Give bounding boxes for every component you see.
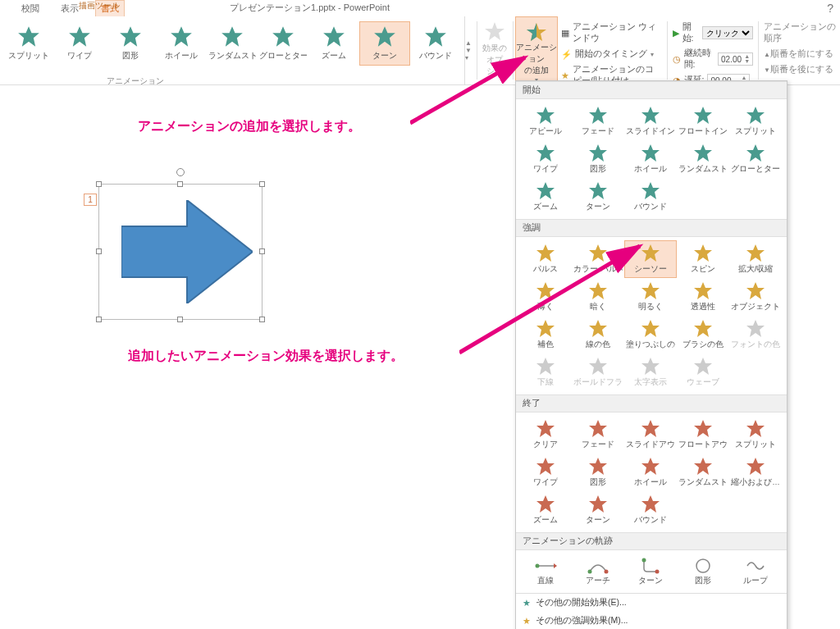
animation-pane-button[interactable]: ▦アニメーション ウィンドウ bbox=[561, 21, 662, 44]
animation-option[interactable]: 塗りつぶしの色 bbox=[624, 316, 677, 353]
effect-options-button: 効果の オプシ… bbox=[479, 16, 511, 84]
animation-option[interactable]: ホイール bbox=[624, 454, 677, 491]
gallery-item[interactable]: グローとターン bbox=[258, 21, 308, 66]
animation-option[interactable]: 拡大/収縮 bbox=[729, 240, 782, 278]
animation-option[interactable]: スプリット bbox=[729, 103, 782, 140]
gallery-more-button[interactable]: ▲▼▾ bbox=[464, 16, 475, 84]
animation-option[interactable]: 透過性 bbox=[677, 278, 729, 316]
more-entrance-menuitem[interactable]: ★その他の開始効果(E)... bbox=[516, 594, 787, 612]
animation-option[interactable]: 縮小および… bbox=[729, 454, 782, 491]
duration-field[interactable]: 02.00▲▼ bbox=[718, 52, 753, 66]
resize-handle[interactable] bbox=[96, 248, 102, 254]
svg-marker-4 bbox=[221, 26, 243, 46]
play-icon: ▶ bbox=[673, 28, 679, 38]
svg-marker-53 bbox=[694, 458, 712, 475]
resize-handle[interactable] bbox=[259, 248, 265, 254]
resize-handle[interactable] bbox=[96, 317, 102, 322]
animation-option[interactable]: フロートイン bbox=[677, 103, 729, 140]
animation-option[interactable]: オブジェクト … bbox=[729, 278, 782, 316]
svg-point-59 bbox=[536, 564, 540, 568]
animation-option[interactable]: ブラシの色 bbox=[677, 316, 729, 353]
animation-option[interactable]: パルス bbox=[519, 240, 572, 278]
svg-marker-45 bbox=[536, 420, 555, 437]
dropdown-footer: ★その他の開始効果(E)... ★その他の強調効果(M)... ★その他の終了効… bbox=[516, 593, 787, 629]
gallery-item[interactable]: スプリット bbox=[3, 21, 54, 66]
gallery-item[interactable]: ランダムスト… bbox=[207, 21, 258, 66]
svg-marker-38 bbox=[641, 320, 660, 337]
painter-icon: ★ bbox=[561, 71, 569, 80]
svg-marker-56 bbox=[589, 495, 607, 513]
svg-marker-39 bbox=[694, 320, 712, 337]
animation-option[interactable]: カラー パルス bbox=[572, 240, 624, 278]
animation-option[interactable]: フロートアウト bbox=[677, 416, 729, 454]
animation-option[interactable]: フェード bbox=[572, 416, 624, 454]
animation-option[interactable]: 図形 bbox=[572, 140, 624, 178]
start-select[interactable]: クリック時 bbox=[702, 26, 753, 39]
resize-handle[interactable] bbox=[259, 317, 265, 322]
animation-option[interactable]: グローとターン bbox=[729, 140, 782, 178]
animation-option[interactable]: ターン bbox=[572, 491, 624, 529]
animation-order-tag[interactable]: 1 bbox=[84, 194, 97, 206]
animation-option[interactable]: ワイプ bbox=[519, 140, 572, 178]
rotate-handle[interactable] bbox=[176, 168, 185, 176]
svg-marker-12 bbox=[121, 200, 253, 303]
animation-option[interactable]: ターン bbox=[624, 554, 677, 590]
add-animation-button[interactable]: アニメーション の追加 ▾ bbox=[515, 16, 558, 84]
reorder-header: アニメーションの順序 bbox=[764, 21, 837, 44]
svg-marker-48 bbox=[694, 420, 712, 437]
more-emphasis-menuitem[interactable]: ★その他の強調効果(M)... bbox=[516, 612, 787, 629]
animation-option[interactable]: バウンド bbox=[624, 178, 677, 216]
exit-grid: クリアフェードスライドアウトフロートアウトスプリットワイプ図形ホイールランダムス… bbox=[516, 412, 787, 532]
tab-review[interactable]: 校閲 bbox=[16, 1, 44, 16]
animation-option[interactable]: 補色 bbox=[519, 316, 572, 353]
animation-option[interactable]: 明るく bbox=[624, 278, 677, 316]
gallery-item[interactable]: ターン bbox=[359, 21, 410, 66]
animation-option[interactable]: 直線 bbox=[519, 554, 572, 590]
animation-option[interactable]: スライドイン bbox=[624, 103, 677, 140]
svg-point-62 bbox=[605, 570, 609, 574]
animation-option[interactable]: スプリット bbox=[729, 416, 782, 454]
svg-marker-2 bbox=[120, 26, 141, 46]
gallery-item[interactable]: バウンド bbox=[410, 21, 461, 66]
animation-option[interactable]: フェード bbox=[572, 103, 624, 140]
gallery-item[interactable]: ズーム bbox=[308, 21, 359, 66]
gallery-item[interactable]: ワイプ bbox=[54, 21, 105, 66]
animation-option[interactable]: ズーム bbox=[519, 178, 572, 216]
svg-point-63 bbox=[642, 558, 646, 563]
animation-option: ボールドフラ… bbox=[572, 353, 624, 391]
animation-option[interactable]: 図形 bbox=[572, 454, 624, 491]
animation-option[interactable]: シーソー bbox=[624, 240, 677, 278]
help-icon[interactable]: ? bbox=[827, 2, 833, 15]
svg-marker-22 bbox=[746, 144, 765, 162]
svg-marker-32 bbox=[589, 282, 607, 299]
animation-option[interactable]: 暗く bbox=[572, 278, 624, 316]
resize-handle[interactable] bbox=[177, 317, 183, 322]
animation-option[interactable]: スライドアウト bbox=[624, 416, 677, 454]
resize-handle[interactable] bbox=[96, 181, 102, 187]
animation-option[interactable]: ループ bbox=[729, 554, 782, 590]
trigger-button[interactable]: ⚡開始のタイミング▾ bbox=[561, 48, 662, 60]
animation-option[interactable]: クリア bbox=[519, 416, 572, 454]
animation-option[interactable]: ターン bbox=[572, 178, 624, 216]
gallery-item[interactable]: 図形 bbox=[105, 21, 156, 66]
animation-option[interactable]: ワイプ bbox=[519, 454, 572, 491]
gallery-item[interactable]: ホイール bbox=[156, 21, 207, 66]
animation-option[interactable]: 薄く bbox=[519, 278, 572, 316]
pane-icon: ▦ bbox=[561, 28, 569, 38]
animation-option[interactable]: ズーム bbox=[519, 491, 572, 529]
animation-option[interactable]: アピール bbox=[519, 103, 572, 140]
svg-marker-60 bbox=[554, 563, 557, 568]
animation-option[interactable]: 図形 bbox=[677, 554, 729, 590]
animation-option[interactable]: ランダムスト… bbox=[677, 140, 729, 178]
animation-option[interactable]: 線の色 bbox=[572, 316, 624, 353]
svg-marker-27 bbox=[589, 244, 607, 262]
animation-option[interactable]: バウンド bbox=[624, 491, 677, 529]
animation-option[interactable]: ホイール bbox=[624, 140, 677, 178]
svg-marker-24 bbox=[589, 182, 607, 199]
animation-option[interactable]: アーチ bbox=[572, 554, 624, 590]
right-arrow-shape[interactable] bbox=[121, 200, 253, 303]
animation-option[interactable]: ランダムスト… bbox=[677, 454, 729, 491]
animation-option[interactable]: スピン bbox=[677, 240, 729, 278]
resize-handle[interactable] bbox=[259, 181, 265, 187]
resize-handle[interactable] bbox=[177, 181, 183, 187]
